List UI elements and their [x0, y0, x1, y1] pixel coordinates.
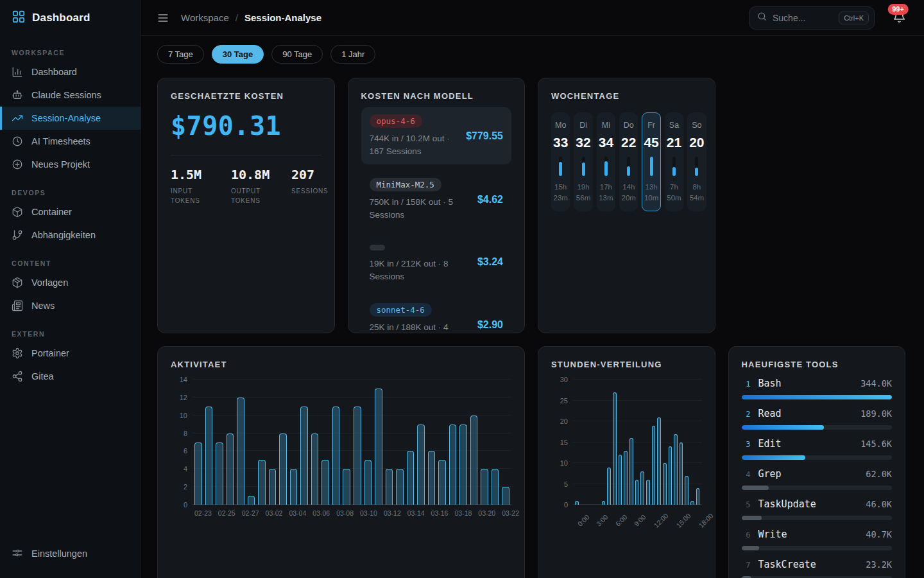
- model-cost-value: $3.24: [477, 256, 503, 268]
- activity-bar[interactable]: [332, 407, 340, 505]
- activity-bar[interactable]: [321, 460, 329, 505]
- weekday-cell-so[interactable]: So 20 8h 54m: [687, 112, 706, 211]
- activity-bar[interactable]: [205, 407, 213, 505]
- hours-bar[interactable]: [575, 501, 579, 505]
- activity-bar[interactable]: [269, 469, 277, 505]
- activity-bar[interactable]: [258, 460, 266, 505]
- search-input[interactable]: Suche... Ctrl+K: [749, 6, 875, 30]
- activity-bar[interactable]: [237, 398, 244, 505]
- tool-row-grep[interactable]: 4 Grep 62.0K: [742, 468, 893, 490]
- activity-bar[interactable]: [386, 469, 393, 505]
- sidebar-item-einstellungen[interactable]: Einstellungen: [12, 543, 129, 564]
- hours-bar[interactable]: [629, 438, 633, 505]
- tool-row-read[interactable]: 2 Read 189.0K: [742, 408, 893, 430]
- activity-bar[interactable]: [481, 469, 488, 505]
- model-cost-row[interactable]: MiniMax-M2.5 750K in / 158K out · 5 Sess…: [361, 171, 512, 228]
- hours-bar[interactable]: [652, 426, 656, 505]
- hours-bar[interactable]: [619, 455, 622, 505]
- weekday-cell-di[interactable]: Di 32 19h 56m: [574, 112, 592, 211]
- sidebar-item-news[interactable]: News: [0, 294, 141, 317]
- hours-bar[interactable]: [669, 446, 672, 505]
- activity-bar[interactable]: [354, 407, 361, 505]
- sidebar-item-portainer[interactable]: Portainer: [0, 342, 141, 365]
- sidebar-item-label: Abhängigkeiten: [31, 230, 96, 240]
- sidebar-item-gitea[interactable]: Gitea: [0, 365, 141, 388]
- app-logo[interactable]: Dashboard: [0, 0, 141, 36]
- activity-bar[interactable]: [407, 451, 415, 505]
- tool-row-edit[interactable]: 3 Edit 145.6K: [742, 438, 893, 460]
- activity-bar[interactable]: [428, 451, 436, 505]
- activity-bar[interactable]: [343, 469, 350, 505]
- tool-row-taskcreate[interactable]: 7 TaskCreate 23.2K: [742, 559, 893, 578]
- weekday-cell-mo[interactable]: Mo 33 15h 23m: [551, 112, 570, 211]
- hours-bar[interactable]: [657, 417, 661, 505]
- model-cost-row[interactable]: 19K in / 212K out · 8 Sessions $3.24: [361, 234, 512, 290]
- tool-row-write[interactable]: 6 Write 40.7K: [742, 529, 893, 550]
- sidebar-item-container[interactable]: Container: [0, 200, 141, 223]
- hours-bar[interactable]: [685, 476, 689, 505]
- hours-bar[interactable]: [635, 480, 639, 505]
- hours-bar[interactable]: [663, 463, 667, 505]
- model-cost-row[interactable]: opus-4-6 744K in / 10.2M out · 167 Sessi…: [361, 107, 512, 164]
- breadcrumb-workspace[interactable]: Workspace: [181, 12, 229, 23]
- activity-bar[interactable]: [216, 442, 223, 505]
- hours-bar[interactable]: [674, 434, 678, 505]
- hours-bar[interactable]: [646, 480, 650, 505]
- activity-bar[interactable]: [311, 434, 319, 505]
- sidebar-item-session-analyse[interactable]: Session-Analyse: [0, 107, 141, 130]
- model-cost-row[interactable]: sonnet-4-6 25K in / 188K out · 4 Session…: [361, 296, 512, 333]
- weekday-cell-mi[interactable]: Mi 34 17h 13m: [597, 112, 615, 211]
- breadcrumb: Workspace / Session-Analyse: [181, 12, 321, 23]
- activity-bar[interactable]: [279, 434, 287, 505]
- activity-bar[interactable]: [300, 407, 308, 505]
- sidebar-item-abh-ngigkeiten[interactable]: Abhängigkeiten: [0, 223, 141, 247]
- hours-bar[interactable]: [613, 392, 617, 505]
- activity-bar[interactable]: [449, 425, 457, 505]
- hours-bar[interactable]: [624, 451, 628, 505]
- weekday-cell-sa[interactable]: Sa 21 7h 50m: [665, 112, 683, 211]
- hours-bar[interactable]: [607, 468, 611, 505]
- tool-row-bash[interactable]: 1 Bash 344.0K: [742, 378, 893, 399]
- activity-bar[interactable]: [364, 460, 372, 505]
- menu-icon[interactable]: [157, 12, 169, 24]
- filter-30-tage[interactable]: 30 Tage: [212, 45, 264, 64]
- activity-bar[interactable]: [375, 389, 382, 505]
- hours-bar[interactable]: [696, 488, 700, 505]
- activity-bar[interactable]: [248, 496, 255, 505]
- hours-bar[interactable]: [690, 501, 694, 505]
- filter-1-jahr[interactable]: 1 Jahr: [330, 45, 375, 64]
- weekday-count: 33: [553, 135, 568, 150]
- activity-bar[interactable]: [194, 442, 202, 505]
- x-axis-tick: 03-18: [454, 509, 472, 517]
- filter-90-tage[interactable]: 90 Tage: [271, 45, 323, 64]
- activity-bar[interactable]: [502, 487, 509, 505]
- activity-bar[interactable]: [438, 460, 446, 505]
- notifications-button[interactable]: 99+: [893, 10, 906, 26]
- activity-bar[interactable]: [417, 425, 425, 505]
- activity-bar-chart: 0246810121402-2302-2502-2703-0203-0403-0…: [171, 380, 511, 517]
- weekday-time: 17h 13m: [599, 182, 613, 204]
- sidebar: Dashboard WORKSPACEDashboardClaude Sessi…: [0, 0, 141, 578]
- chart-plot-area: 02468101214: [193, 380, 511, 505]
- sidebar-item-dashboard[interactable]: Dashboard: [0, 60, 141, 83]
- card-title: WOCHENTAGE: [551, 91, 702, 101]
- activity-bar[interactable]: [459, 425, 467, 505]
- tool-progress-fill: [742, 425, 825, 430]
- activity-bar[interactable]: [290, 469, 298, 505]
- hours-bar[interactable]: [680, 442, 683, 505]
- activity-bar[interactable]: [227, 434, 234, 505]
- weekday-cell-do[interactable]: Do 22 14h 20m: [619, 112, 638, 211]
- weekday-gauge: [582, 157, 585, 176]
- hours-bar[interactable]: [602, 501, 606, 505]
- sidebar-item-neues-projekt[interactable]: Neues Projekt: [0, 153, 141, 176]
- activity-bar[interactable]: [492, 469, 499, 505]
- activity-bar[interactable]: [470, 416, 478, 505]
- sidebar-item-vorlagen[interactable]: Vorlagen: [0, 271, 141, 294]
- tool-row-taskupdate[interactable]: 5 TaskUpdate 46.0K: [742, 498, 893, 520]
- sidebar-item-claude-sessions[interactable]: Claude Sessions: [0, 83, 141, 107]
- activity-bar[interactable]: [396, 469, 404, 505]
- hours-bar[interactable]: [640, 471, 644, 505]
- weekday-cell-fr[interactable]: Fr 45 13h 10m: [642, 112, 660, 211]
- sidebar-item-ai-timesheets[interactable]: AI Timesheets: [0, 130, 141, 153]
- filter-7-tage[interactable]: 7 Tage: [157, 45, 204, 64]
